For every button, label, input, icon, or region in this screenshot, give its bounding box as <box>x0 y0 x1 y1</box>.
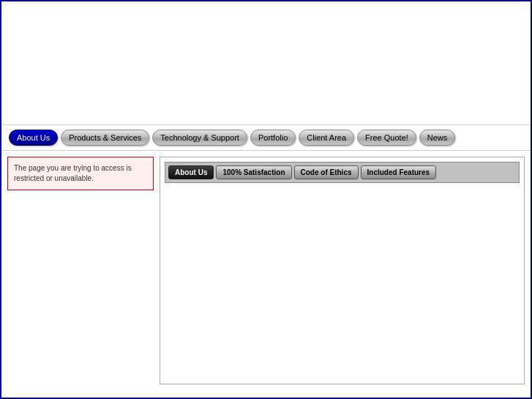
nav-bar: About Us Products & Services Technology … <box>1 124 531 151</box>
left-sidebar: The page you are trying to access is res… <box>7 157 154 384</box>
sub-nav: About Us 100% Satisfaction Code of Ethic… <box>165 162 520 183</box>
nav-about-us[interactable]: About Us <box>9 130 58 146</box>
subnav-included-features[interactable]: Included Features <box>361 165 437 179</box>
content-area <box>165 189 520 379</box>
top-space <box>1 1 531 124</box>
nav-technology-support[interactable]: Technology & Support <box>152 130 247 146</box>
nav-news[interactable]: News <box>419 130 456 146</box>
subnav-satisfaction[interactable]: 100% Satisfaction <box>216 165 291 179</box>
main-content: The page you are trying to access is res… <box>1 151 531 390</box>
nav-client-area[interactable]: Client Area <box>299 130 354 146</box>
subnav-about-us[interactable]: About Us <box>168 165 214 179</box>
subnav-code-of-ethics[interactable]: Code of Ethics <box>294 165 359 179</box>
error-message: The page you are trying to access is res… <box>14 164 132 182</box>
nav-products-services[interactable]: Products & Services <box>61 130 149 146</box>
right-content: About Us 100% Satisfaction Code of Ethic… <box>160 157 525 384</box>
error-box: The page you are trying to access is res… <box>7 157 154 190</box>
nav-free-quote[interactable]: Free Quote! <box>357 130 416 146</box>
nav-portfolio[interactable]: Portfolio <box>250 130 296 146</box>
